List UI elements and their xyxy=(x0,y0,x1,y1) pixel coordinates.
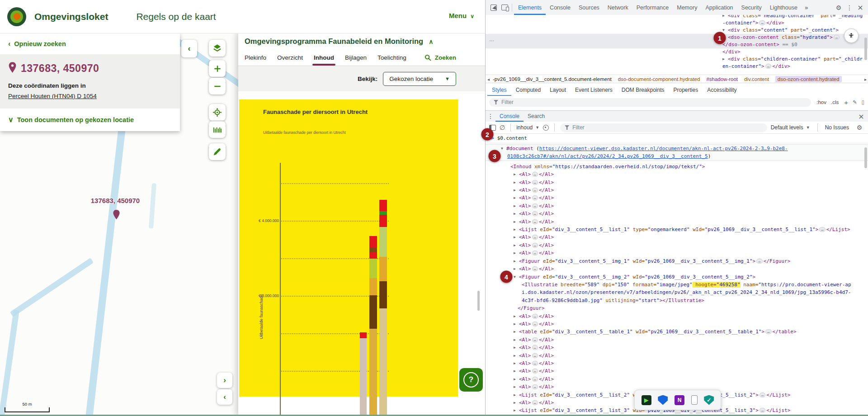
console-settings-gear-icon[interactable]: ⚙ xyxy=(854,124,864,131)
accessibility-person-icon[interactable] xyxy=(844,28,859,43)
dock-sidebar-icon[interactable]: ▯ xyxy=(862,99,864,105)
inspect-element-button[interactable] xyxy=(488,2,499,13)
doc-tab-bijlagen[interactable]: Bijlagen xyxy=(345,54,367,61)
more-tabs-button[interactable]: » xyxy=(802,4,811,11)
console-row[interactable]: 4c3f-bfd6-9286c9ddb1a0.jpg" uitlijning="… xyxy=(486,297,868,304)
console-row[interactable]: ▶<table eId="div_3__content_5__table_1" … xyxy=(486,328,868,336)
pane-expand-button[interactable]: › xyxy=(217,373,232,388)
onenote-icon[interactable]: N xyxy=(675,395,684,405)
styles-tab-event-listeners[interactable]: Event Listeners xyxy=(571,83,617,96)
dom-tree-row[interactable]: ▶<dso-ozon-content class="hydrated">… xyxy=(486,34,868,41)
console-row[interactable]: ▶<Al>…</Al> xyxy=(486,170,868,178)
dom-tree-row[interactable]: ▼<div class="content" part="_content"> xyxy=(486,27,868,34)
breadcrumb-item[interactable]: -pv26_1069__div_3__content_5.document-el… xyxy=(493,76,612,82)
console-row[interactable]: ▶<Al>…</Al> xyxy=(486,367,868,375)
dom-tree-row[interactable]: </div> xyxy=(486,48,868,56)
breadcrumb-item[interactable]: #shadow-root xyxy=(706,76,738,82)
devtools-menu-icon[interactable]: ⋮ xyxy=(844,4,854,11)
devtools-tab-memory[interactable]: Memory xyxy=(673,0,701,15)
console-row[interactable]: >$0.content xyxy=(486,134,868,143)
clear-console-icon[interactable]: ∅ xyxy=(500,124,505,131)
styles-tab-properties[interactable]: Properties xyxy=(669,83,703,96)
parcel-link[interactable]: Perceel Houten (HTN04) D 1054 xyxy=(8,93,172,99)
draw-button[interactable] xyxy=(209,143,226,160)
dom-tree-row[interactable]: ▶<div class="children-container" part="_… xyxy=(486,56,868,63)
menu-button[interactable]: Menu∨ xyxy=(449,12,474,19)
console-row[interactable]: ▶<Al>…</Al> xyxy=(486,241,868,249)
devtools-tab-console[interactable]: Console xyxy=(546,0,575,15)
log-levels-dropdown[interactable]: Default levels▼ xyxy=(771,124,810,131)
styles-tab-dom-breakpoints[interactable]: DOM Breakpoints xyxy=(617,83,669,96)
phone-icon[interactable] xyxy=(691,395,698,405)
console-row[interactable]: ▶<Al>…</Al> xyxy=(486,249,868,257)
devtools-tab-application[interactable]: Application xyxy=(701,0,737,15)
console-row[interactable]: ▶<Al>…</Al> xyxy=(486,194,868,202)
console-row[interactable]: <Illustratie breedte="589" dpi="150" for… xyxy=(486,281,868,288)
breadcrumb-item[interactable]: dso-document-component.hydrated xyxy=(618,76,700,82)
devtools-tab-performance[interactable]: Performance xyxy=(632,0,673,15)
styles-tab-computed[interactable]: Computed xyxy=(511,83,545,96)
console-row[interactable]: i.dso.kadaster.nl/ozon/presenteren/v7/af… xyxy=(486,288,868,296)
devtools-tab-elements[interactable]: Elements xyxy=(514,0,546,15)
console-row[interactable]: ▶<Al>…</Al> xyxy=(486,344,868,351)
doc-tab-plekinfo[interactable]: Plekinfo xyxy=(245,54,266,61)
styles-filter-input[interactable]: Filter xyxy=(489,98,811,107)
drawer-menu-icon[interactable]: ⋮ xyxy=(486,113,495,120)
console-row[interactable]: ▶<Al>…</Al> xyxy=(486,320,868,328)
console-row[interactable]: ▶<Lijst eId="div_3__content_5__list_1" t… xyxy=(486,226,868,233)
console-row[interactable]: 0108c3c26cb7#/akn/nl/act/pv26/2024/2_34,… xyxy=(486,152,868,161)
dom-tree-row[interactable]: -container">…</div> xyxy=(486,19,868,27)
measure-button[interactable] xyxy=(209,121,226,138)
styles-tab-styles[interactable]: Styles xyxy=(487,83,511,96)
layers-button[interactable] xyxy=(209,40,226,57)
console-row[interactable]: <Inhoud xmlns="https://standaarden.overh… xyxy=(486,163,868,170)
issues-counter[interactable]: No Issues xyxy=(825,124,849,131)
breadcrumb-right-arrow-icon[interactable]: ▸ xyxy=(864,77,867,82)
devtools-tab-lighthouse[interactable]: Lighthouse xyxy=(766,0,802,15)
panel-collapse-button[interactable]: ‹ xyxy=(181,40,197,57)
console-row[interactable]: ▼#document (https://document-viewer.dso.… xyxy=(486,144,868,152)
locate-button[interactable] xyxy=(209,104,226,121)
console-scrollbar[interactable] xyxy=(864,147,867,168)
zoom-in-button[interactable] xyxy=(209,60,226,77)
styles-tab-layout[interactable]: Layout xyxy=(545,83,571,96)
console-row[interactable]: ▶<Al>…</Al> xyxy=(486,179,868,186)
console-row[interactable]: ▶<Figuur eId="div_3__content_5__img_1" w… xyxy=(486,257,868,265)
screen-app-icon[interactable]: ▶ xyxy=(642,395,651,405)
console-row[interactable]: ▶<Al>…</Al> xyxy=(486,352,868,359)
elements-scrollbar[interactable] xyxy=(864,38,867,60)
back-to-search-link[interactable]: ‹Opnieuw zoeken xyxy=(8,40,66,47)
console-row[interactable]: ▶<Al>…</Al> xyxy=(486,202,868,210)
console-row[interactable]: ▶<Al>…</Al> xyxy=(486,233,868,241)
console-filter-input[interactable]: Filter xyxy=(560,123,767,132)
dom-tree-row[interactable]: </dso-ozon-content> == $0 xyxy=(486,41,868,48)
drawer-close-icon[interactable]: × xyxy=(856,112,866,121)
devtools-tab-sources[interactable]: Sources xyxy=(575,0,604,15)
console-row[interactable]: ▶<Al>…</Al> xyxy=(486,375,868,383)
console-row[interactable]: ▼<Figuur eId="div_3__content_5__img_2" w… xyxy=(486,273,868,281)
styles-hov-button[interactable]: :hov xyxy=(816,99,826,105)
console-row[interactable]: ▶<Al>…</Al> xyxy=(486,359,868,367)
dom-tree-row[interactable]: ▶<div class="heading-container" part="_h… xyxy=(486,15,868,19)
console-tab-search[interactable]: Search xyxy=(524,111,549,122)
doc-tab-toelichting[interactable]: Toelichting xyxy=(377,54,406,61)
devtools-close-icon[interactable]: × xyxy=(855,3,865,12)
console-row[interactable]: ▶<Al>…</Al> xyxy=(486,210,868,217)
doc-tab-inhoud[interactable]: Inhoud xyxy=(314,54,334,61)
new-style-rule-button[interactable]: + xyxy=(844,99,848,106)
pane-collapse-button[interactable]: ‹ xyxy=(217,389,232,405)
execution-context-selector[interactable]: inhoud▼ xyxy=(516,124,539,131)
console-tab-console[interactable]: Console xyxy=(495,111,524,122)
show-documents-toggle[interactable]: ∨Toon documenten op gekozen locatie xyxy=(8,116,134,123)
live-expression-eye-icon[interactable] xyxy=(543,125,549,131)
styles-cls-button[interactable]: .cls xyxy=(831,99,839,105)
console-row[interactable]: </Figuur> xyxy=(486,304,868,312)
collapse-document-icon[interactable]: ∧ xyxy=(429,38,433,45)
console-row[interactable]: ▶<Al>…</Al> xyxy=(486,312,868,320)
zoom-out-button[interactable] xyxy=(209,78,226,95)
console-row[interactable]: ▶<Al>…</Al> xyxy=(486,265,868,273)
defender-shield-icon[interactable] xyxy=(658,395,668,405)
device-toolbar-button[interactable] xyxy=(499,2,510,13)
document-search-button[interactable]: Zoeken xyxy=(424,54,456,61)
breadcrumb-item[interactable]: dso-ozon-content.hydrated xyxy=(775,76,842,82)
